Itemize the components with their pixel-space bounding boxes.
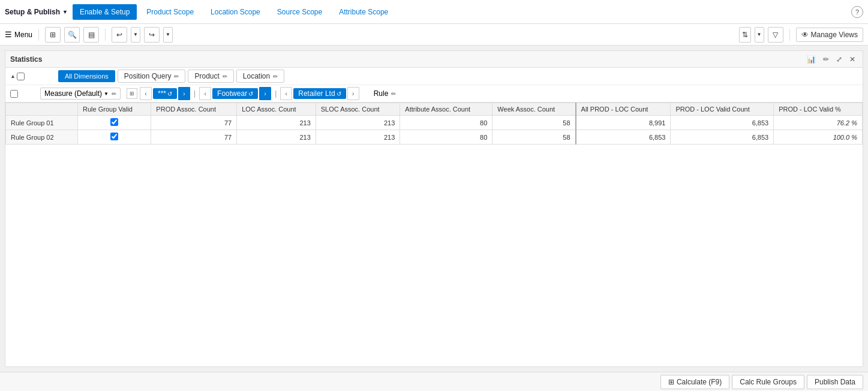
search-icon: 🔍 — [68, 31, 77, 39]
location-label: Location — [243, 72, 270, 80]
app-title: Setup & Publish ▼ — [5, 8, 68, 16]
help-icon[interactable]: ? — [851, 6, 863, 18]
col-header-prod-assoc: PROD Assoc. Count — [151, 103, 237, 116]
col-header-prod-loc-pct: PROD - LOC Valid % — [774, 103, 863, 116]
position-query-edit-icon[interactable]: ✏ — [174, 73, 179, 80]
calc-rule-groups-button[interactable]: Calc Rule Groups — [732, 375, 804, 389]
undo-button[interactable]: ↩ — [112, 27, 127, 43]
rule-row-checkbox[interactable] — [10, 90, 18, 98]
all-dimensions-button[interactable]: All Dimensions — [58, 70, 115, 82]
filter3-prev-button[interactable]: ‹ — [280, 87, 292, 100]
table-row: Rule Group 02 77 213 213 80 58 6,853 6,8… — [6, 130, 863, 145]
row2-sloc-assoc: 213 — [316, 130, 400, 145]
col-header-loc-assoc: LOC Assoc. Count — [237, 103, 316, 116]
position-query-button[interactable]: Position Query ✏ — [118, 70, 186, 83]
tab-enable-setup[interactable]: Enable & Setup — [73, 4, 137, 20]
data-table-container: Rule Group Valid PROD Assoc. Count LOC A… — [5, 103, 863, 366]
statistics-panel: Statistics 📊 ✏ ⤢ ✕ ▲ All Dimensions Posi… — [5, 50, 863, 367]
filter3-next-button[interactable]: › — [347, 87, 359, 100]
filter2-chip: Footwear ↺ — [212, 88, 258, 99]
col-header-sloc-assoc: SLOC Assoc. Count — [316, 103, 400, 116]
close-panel-icon[interactable]: ✕ — [847, 54, 858, 65]
sort-dropdown-arrow-icon: ▼ — [757, 32, 762, 37]
location-button[interactable]: Location ✏ — [236, 70, 284, 83]
filter1-next-button[interactable]: › — [178, 87, 190, 100]
filter2-next-button[interactable]: › — [259, 87, 271, 100]
toolbar-separator-2 — [105, 29, 106, 41]
tab-attribute-scope[interactable]: Attribute Scope — [332, 4, 395, 20]
measure-dropdown-arrow-icon: ▼ — [104, 91, 109, 97]
filter1-prev-button[interactable]: ‹ — [140, 87, 152, 100]
select-all-checkbox[interactable] — [17, 73, 25, 80]
main-content: Statistics 📊 ✏ ⤢ ✕ ▲ All Dimensions Posi… — [0, 46, 868, 372]
row2-checkbox[interactable] — [110, 133, 118, 140]
tab-product-scope[interactable]: Product Scope — [139, 4, 201, 20]
tab-location-scope[interactable]: Location Scope — [203, 4, 268, 20]
col-header-all-prod-loc: All PROD - LOC Count — [576, 103, 671, 116]
filter-icon: ▽ — [773, 31, 778, 39]
toolbar-right: ⇅ ▼ ▽ 👁 Manage Views — [739, 27, 864, 43]
grid-icon: ⊞ — [50, 31, 56, 39]
sort-icon-button[interactable]: ⇅ — [739, 27, 751, 43]
product-button[interactable]: Product ✏ — [188, 70, 233, 83]
product-edit-icon[interactable]: ✏ — [223, 73, 227, 80]
bottom-bar: ⊞ Calculate (F9) Calc Rule Groups Publis… — [0, 372, 868, 391]
measure-label: Measure (Default) — [44, 89, 102, 98]
stats-panel-title: Statistics — [10, 55, 804, 64]
filter3-refresh-icon[interactable]: ↺ — [337, 91, 341, 97]
row1-valid-check[interactable] — [78, 116, 151, 130]
title-dropdown-arrow[interactable]: ▼ — [62, 9, 68, 15]
row2-all-prod-loc: 6,853 — [576, 130, 671, 145]
edit-panel-icon[interactable]: ✏ — [821, 54, 831, 65]
chart-icon[interactable]: 📊 — [804, 54, 818, 65]
row2-label: Rule Group 02 — [6, 130, 78, 145]
row1-week-assoc: 58 — [492, 116, 576, 130]
col-header-week-assoc: Week Assoc. Count — [492, 103, 576, 116]
separator2: | — [274, 89, 278, 98]
filter2-refresh-icon[interactable]: ↺ — [248, 91, 253, 97]
calculate-button[interactable]: ⊞ Calculate (F9) — [660, 375, 729, 389]
search-button[interactable]: 🔍 — [64, 27, 80, 43]
top-bar: Setup & Publish ▼ Enable & Setup Product… — [0, 0, 868, 24]
grid-view-button[interactable]: ⊞ — [45, 27, 61, 43]
redo-dropdown-button[interactable]: ▼ — [163, 27, 173, 43]
stats-panel-header: Statistics 📊 ✏ ⤢ ✕ — [5, 51, 863, 68]
publish-data-button[interactable]: Publish Data — [807, 375, 863, 389]
expand-collapse-icon[interactable]: ▲ — [10, 73, 16, 79]
publish-data-label: Publish Data — [815, 378, 855, 386]
redo-button[interactable]: ↪ — [144, 27, 160, 43]
menu-button[interactable]: ☰ Menu — [5, 30, 32, 39]
layout-button[interactable]: ▤ — [83, 27, 99, 43]
manage-views-button[interactable]: 👁 Manage Views — [796, 28, 864, 42]
row2-valid-check[interactable] — [78, 130, 151, 145]
sort-icon: ⇅ — [742, 31, 748, 39]
tab-source-scope[interactable]: Source Scope — [270, 4, 329, 20]
manage-views-label: Manage Views — [811, 31, 858, 39]
row2-prod-loc-valid: 6,853 — [671, 130, 774, 145]
calc-rule-groups-label: Calc Rule Groups — [740, 378, 797, 386]
statistics-table: Rule Group Valid PROD Assoc. Count LOC A… — [5, 103, 863, 145]
undo-dropdown-button[interactable]: ▼ — [131, 27, 140, 43]
filter2-prev-button[interactable]: ‹ — [199, 87, 211, 100]
layout-icon: ▤ — [88, 31, 95, 39]
filter3-value: Retailer Ltd — [298, 89, 335, 98]
filter-button[interactable]: ▽ — [768, 27, 783, 43]
filter1-refresh-icon[interactable]: ↺ — [167, 91, 172, 97]
col-header-name — [6, 103, 78, 116]
calculate-label: Calculate (F9) — [677, 378, 722, 386]
filter2-value: Footwear — [217, 89, 247, 98]
row1-label: Rule Group 01 — [6, 116, 78, 130]
sort-dropdown-button[interactable]: ▼ — [755, 27, 764, 43]
measure-edit-icon[interactable]: ✏ — [112, 91, 116, 97]
measure-select[interactable]: Measure (Default) ▼ ✏ — [40, 88, 121, 100]
product-label: Product — [194, 72, 219, 80]
row1-checkbox[interactable] — [110, 118, 118, 126]
toolbar-separator-3 — [789, 29, 790, 41]
rule-label: Rule — [374, 89, 389, 98]
separator1: | — [193, 89, 197, 98]
grid-small-icon: ⊞ — [127, 88, 137, 99]
location-edit-icon[interactable]: ✏ — [273, 73, 278, 80]
col-header-attr-assoc: Attribute Assoc. Count — [400, 103, 492, 116]
expand-icon[interactable]: ⤢ — [834, 54, 845, 65]
rule-edit-icon[interactable]: ✏ — [391, 91, 396, 97]
